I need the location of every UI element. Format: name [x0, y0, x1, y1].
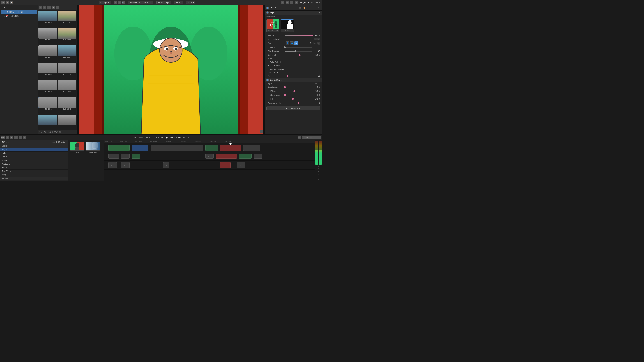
list-item[interactable]: IMG_1635	[58, 28, 76, 44]
play-button[interactable]: ▶	[165, 135, 169, 140]
ink-edges-slider[interactable]	[285, 91, 312, 91]
list-item[interactable]: IMG_1620	[58, 11, 76, 27]
close-timeline-icon[interactable]: ✕	[317, 136, 320, 139]
view-btn-1[interactable]: 👤	[286, 41, 290, 45]
effects-item-tiling[interactable]: Tiling	[0, 173, 68, 177]
track-clip[interactable]	[239, 154, 252, 159]
ink-smoothness-thumb[interactable]	[284, 94, 286, 96]
strength-thumb[interactable]	[311, 35, 313, 36]
comic-basic-enabled-checkbox[interactable]: ✓	[266, 79, 269, 81]
posterize-levels-slider[interactable]	[285, 103, 312, 103]
effects-item-all[interactable]: All	[0, 180, 68, 181]
view-reset-btn[interactable]: ↺	[317, 42, 320, 44]
list-item[interactable]: IMG_1638	[38, 63, 57, 79]
track-clip[interactable]	[132, 145, 148, 151]
spill-level-slider[interactable]	[285, 55, 312, 55]
browser-tool-5[interactable]: →	[56, 6, 59, 9]
sample-color-thumb[interactable]: Sample Color	[266, 19, 280, 32]
style-dropdown-icon[interactable]: ⌄	[319, 83, 320, 85]
track-clip[interactable]: IMG_0452	[206, 154, 214, 159]
ink-fill-slider[interactable]	[285, 99, 312, 99]
track-clip[interactable]: IMG...	[132, 154, 140, 159]
smoothness-slider[interactable]	[285, 87, 312, 87]
effects-item-keying[interactable]: Keying	[0, 148, 68, 152]
select-tool-icon[interactable]: ⊳	[23, 136, 26, 139]
fill-holes-thumb[interactable]	[284, 46, 286, 48]
jump-next-btn[interactable]: ⊳	[317, 37, 320, 40]
app-icon-2[interactable]: ⌚	[6, 1, 9, 4]
app-icon-3[interactable]: 📋	[10, 1, 13, 4]
timeline-zoom-icon[interactable]: ⊞	[306, 136, 309, 139]
track-clip[interactable]	[108, 154, 119, 159]
track-clip[interactable]: IMG_1639	[108, 162, 117, 168]
list-item[interactable]: IMG_1637	[58, 45, 76, 62]
effects-item-light[interactable]: Light	[0, 152, 68, 155]
clip-appear-icon[interactable]: ⊟	[6, 136, 9, 139]
track-clip[interactable]: IMG_0366	[150, 145, 203, 151]
track-clip[interactable]: IMG_0...	[254, 154, 262, 159]
effects-item-nostalgia[interactable]: Nostalgia	[0, 162, 68, 166]
effects-enabled-checkbox[interactable]: ✓	[266, 7, 269, 9]
list-item[interactable]: IMG_1643	[58, 97, 76, 114]
matte-tools-header[interactable]: ▶ Matte Tools	[265, 64, 322, 67]
library-triangle-icon[interactable]: ▾	[2, 6, 2, 8]
effect-thumb-keyer[interactable]: Keyer	[70, 142, 84, 153]
keyer-section-header[interactable]: ✓ Keyer ▾	[265, 10, 322, 15]
track-clip[interactable]: IMG_287...	[206, 145, 218, 151]
arrow-tool-icon[interactable]: ↑	[19, 136, 22, 139]
track-clip[interactable]: IMG_0474	[243, 145, 260, 151]
inspector-icon[interactable]: ⊟	[281, 1, 284, 4]
audio-meter-icon[interactable]: ⊟	[298, 136, 301, 139]
browser-tool-4[interactable]: ▾	[52, 6, 55, 9]
clip-tools-icon[interactable]: ⊞	[10, 136, 13, 139]
list-item[interactable]: IMG_1641	[58, 80, 76, 96]
list-item[interactable]: IMG_1634	[38, 28, 57, 44]
spill-level-thumb[interactable]	[299, 54, 300, 56]
clip-height-icon[interactable]: ≡	[310, 136, 313, 139]
track-clip[interactable]: IMG_1609	[237, 162, 245, 168]
edge-distance-slider[interactable]	[285, 51, 312, 51]
track-clip[interactable]	[216, 154, 237, 159]
color-selection-header[interactable]: ▶ Color Selection	[265, 60, 322, 64]
effects-item-masks[interactable]: Masks	[0, 159, 68, 162]
list-item[interactable]	[38, 115, 57, 129]
effects-item-text[interactable]: Text Effects	[0, 169, 68, 173]
playhead[interactable]	[230, 143, 231, 169]
effects-item-looks[interactable]: Looks	[0, 155, 68, 159]
headphone-icon[interactable]: 🎧	[302, 136, 305, 139]
view-btn-2[interactable]: 👥	[290, 41, 294, 45]
fill-holes-slider[interactable]	[285, 47, 312, 47]
ink-smoothness-slider[interactable]	[285, 95, 312, 95]
track-clip[interactable]	[121, 154, 130, 159]
strength-slider[interactable]	[285, 35, 312, 36]
fullscreen-timeline-icon[interactable]: ⛶	[314, 136, 316, 139]
edge-distance-thumb[interactable]	[295, 50, 296, 52]
index-tab[interactable]: Index	[2, 136, 5, 139]
ink-edges-thumb[interactable]	[294, 90, 295, 92]
ink-fill-thumb[interactable]	[292, 98, 294, 100]
installed-effects-selector[interactable]: Installed Effects ▾	[52, 141, 66, 143]
comic-basic-section-header[interactable]: ✓ Comic Basic ▾	[265, 78, 322, 82]
invert-checkbox[interactable]	[285, 58, 287, 60]
keyer-enabled-checkbox[interactable]: ✓	[266, 11, 269, 14]
help-icon[interactable]: ?	[295, 1, 298, 4]
list-item[interactable]: IMG_1636	[38, 45, 57, 62]
fullscreen-button[interactable]: ⛶	[260, 130, 263, 133]
list-item[interactable]: IMG_1640	[38, 80, 57, 96]
browser-tool-2[interactable]: ⊞	[43, 6, 46, 9]
pause-btn[interactable]: ⏸	[186, 135, 190, 140]
list-item[interactable]: IMG_1619	[38, 11, 57, 27]
color-icon[interactable]: ◐	[286, 1, 289, 4]
sidebar-item-smart-collections[interactable]: ✦ Smart Collections	[1, 10, 37, 14]
mix-thumb[interactable]	[286, 75, 288, 77]
track-clip[interactable]: IMG_1...	[121, 162, 130, 168]
app-icon-1[interactable]: ⊞	[2, 1, 5, 4]
list-item[interactable]	[58, 115, 76, 129]
tab-color[interactable]: 🎨	[303, 6, 306, 9]
list-view-icon[interactable]: ≡	[114, 1, 117, 4]
view-button[interactable]: View ▾	[186, 1, 196, 4]
browser-tool-3[interactable]: ≡	[48, 6, 51, 9]
audio-icon[interactable]: ♪	[290, 1, 294, 4]
track-clip[interactable]: IMG_1642	[108, 145, 130, 151]
track-clip[interactable]	[220, 162, 231, 168]
